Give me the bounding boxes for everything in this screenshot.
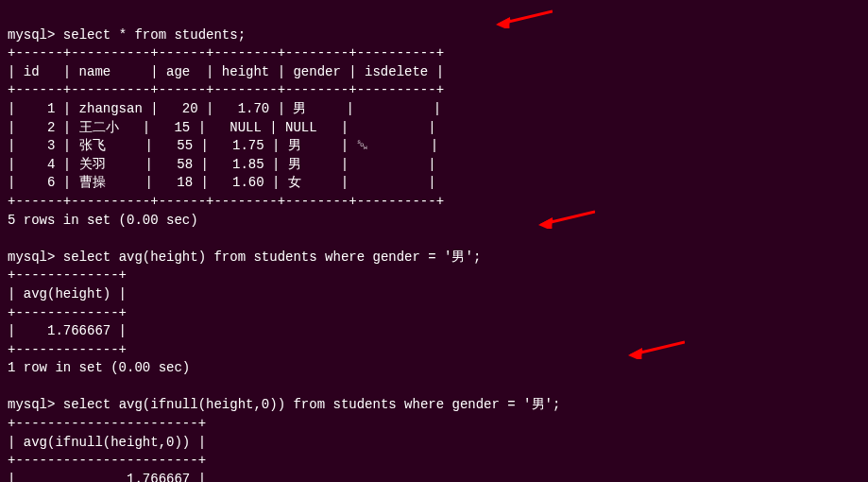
table-row: | 4 | 关羽 | 58 | 1.85 | 男 | | xyxy=(8,157,436,172)
table-row: | 2 | 王二小 | 15 | NULL | NULL | | xyxy=(8,120,436,135)
sql-query-1: select * from students; xyxy=(63,27,246,43)
table-separator: +-----------------------+ xyxy=(8,453,206,468)
mysql-prompt: mysql> select * from students; xyxy=(8,27,246,43)
table-row: | 6 | 曹操 | 18 | 1.60 | 女 | | xyxy=(8,175,436,190)
table-separator: +------+----------+------+--------+-----… xyxy=(8,194,444,209)
result-footer: 5 rows in set (0.00 sec) xyxy=(8,213,198,228)
table-row: | 1.766667 | xyxy=(8,472,206,482)
table-separator: +-----------------------+ xyxy=(8,416,206,431)
table-separator: +------+----------+------+--------+-----… xyxy=(8,45,444,60)
mysql-prompt: mysql> select avg(ifnull(height,0)) from… xyxy=(8,397,560,412)
table-header: | avg(height) | xyxy=(8,286,127,301)
svg-marker-0 xyxy=(496,17,510,28)
table-separator: +-------------+ xyxy=(8,267,127,283)
svg-marker-2 xyxy=(628,348,642,359)
sql-query-3: select avg(ifnull(height,0)) from studen… xyxy=(63,397,560,412)
table-separator: +-------------+ xyxy=(8,305,127,320)
table-row: | 3 | 张飞 | 55 | 1.75 | 男 | ␁ | xyxy=(8,138,438,153)
table-header: | avg(ifnull(height,0)) | xyxy=(8,435,206,450)
annotation-arrow-icon xyxy=(496,9,553,28)
table-separator: +------+----------+------+--------+-----… xyxy=(8,82,444,97)
table-row: | 1 | zhangsan | 20 | 1.70 | 男 | | xyxy=(8,101,441,116)
svg-marker-1 xyxy=(538,217,553,229)
mysql-prompt: mysql> select avg(height) from students … xyxy=(8,250,481,265)
annotation-arrow-icon xyxy=(628,340,685,359)
annotation-arrow-icon xyxy=(538,210,595,229)
table-separator: +-------------+ xyxy=(8,342,127,357)
terminal-output[interactable]: mysql> select * from students; +------+-… xyxy=(8,8,860,482)
sql-query-2: select avg(height) from students where g… xyxy=(63,250,481,265)
table-row: | 1.766667 | xyxy=(8,323,127,338)
table-header: | id | name | age | height | gender | is… xyxy=(8,64,444,79)
result-footer: 1 row in set (0.00 sec) xyxy=(8,360,190,375)
